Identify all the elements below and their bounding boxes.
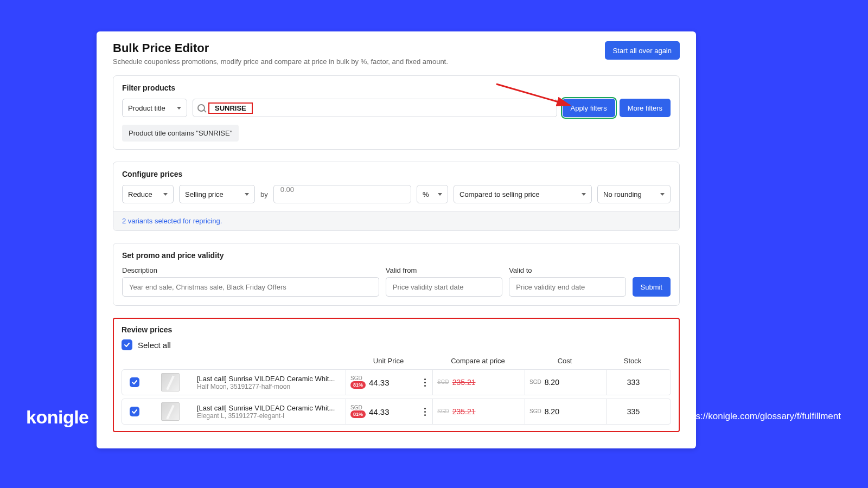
compare-price-cell: SGD 235.21 — [432, 399, 525, 424]
chevron-down-icon — [438, 193, 442, 196]
select-all-checkbox[interactable] — [122, 339, 132, 350]
more-filters-button[interactable]: More filters — [620, 99, 671, 117]
stock-cell: 335 — [606, 399, 660, 424]
cost-value: 8.20 — [545, 407, 559, 416]
product-thumbnail — [161, 402, 180, 421]
rounding-select[interactable]: No rounding — [597, 185, 671, 203]
column-headers: Unit Price Compare at price Cost Stock — [122, 355, 671, 369]
configure-title: Configure prices — [122, 170, 671, 178]
compare-price-value: 235.21 — [452, 407, 476, 416]
cost-cell: SGD 8.20 — [525, 399, 606, 424]
valid-to-input[interactable] — [509, 277, 626, 297]
filter-search-value: SUNRISE — [208, 102, 253, 114]
discount-badge: 81% — [350, 381, 366, 389]
check-icon — [124, 342, 130, 348]
select-all-label: Select all — [138, 341, 171, 350]
chevron-down-icon — [660, 193, 665, 196]
filter-attribute-value: Product title — [128, 104, 165, 112]
submit-button[interactable]: Submit — [633, 277, 671, 297]
start-over-button[interactable]: Start all over again — [605, 41, 680, 60]
row-checkbox[interactable] — [130, 377, 139, 387]
page-header: Bulk Price Editor Schedule couponless pr… — [113, 41, 680, 66]
action-select-value: Reduce — [128, 190, 152, 198]
by-label: by — [260, 190, 268, 198]
app-card: Bulk Price Editor Schedule couponless pr… — [97, 31, 696, 448]
chevron-down-icon — [582, 193, 586, 196]
validity-panel: Set promo and price validity Description… — [113, 243, 680, 306]
currency-label: SGD — [437, 409, 449, 414]
valid-from-label: Valid from — [386, 266, 502, 274]
compare-select[interactable]: Compared to selling price — [454, 185, 592, 203]
product-title: [Last call] Sunrise VILDEAD Ceramic Whit… — [197, 375, 342, 383]
compare-select-value: Compared to selling price — [459, 190, 539, 198]
unit-price-value: 44.33 — [369, 407, 390, 416]
discount-badge: 81% — [350, 410, 366, 418]
chevron-down-icon — [163, 193, 168, 196]
product-variant: Half Moon, 35191277-half-moon — [197, 383, 342, 390]
cost-value: 8.20 — [545, 378, 559, 387]
unit-price-value: 44.33 — [369, 378, 390, 387]
page-title: Bulk Price Editor — [113, 41, 448, 55]
col-compare: Compare at price — [432, 357, 524, 365]
search-icon — [197, 104, 205, 112]
table-row: [Last call] Sunrise VILDEAD Ceramic Whit… — [122, 369, 671, 395]
more-options-icon[interactable] — [424, 408, 428, 416]
cost-cell: SGD 8.20 — [525, 370, 606, 395]
apply-filters-button[interactable]: Apply filters — [563, 99, 615, 117]
filter-title: Filter products — [122, 84, 671, 92]
compare-price-value: 235.21 — [452, 378, 476, 387]
unit-value: % — [423, 190, 429, 198]
description-input[interactable] — [122, 277, 379, 297]
table-row: [Last call] Sunrise VILDEAD Ceramic Whit… — [122, 399, 671, 425]
target-select[interactable]: Selling price — [179, 185, 255, 203]
currency-label: SGD — [437, 380, 449, 385]
review-section: Review prices Select all Unit Price Comp… — [113, 318, 680, 432]
unit-select[interactable]: % — [417, 185, 448, 203]
col-cost: Cost — [524, 357, 605, 365]
rounding-select-value: No rounding — [603, 190, 642, 198]
page-subtitle: Schedule couponless promotions, modify p… — [113, 57, 448, 66]
currency-label: SGD — [529, 380, 541, 385]
amount-input[interactable]: 0.00 — [273, 185, 411, 203]
configure-panel: Configure prices Reduce Selling price by… — [113, 162, 680, 231]
validity-title: Set promo and price validity — [122, 251, 671, 260]
row-checkbox[interactable] — [130, 407, 139, 416]
description-label: Description — [122, 266, 379, 274]
stock-cell: 333 — [606, 370, 660, 395]
product-variant: Elegant L, 35191277-elegant-l — [197, 412, 342, 420]
configure-status: 2 variants selected for repricing. — [113, 211, 679, 230]
valid-from-input[interactable] — [386, 277, 502, 297]
unit-price-cell: SGD 81% 44.33 — [346, 370, 432, 395]
product-title: [Last call] Sunrise VILDEAD Ceramic Whit… — [197, 404, 342, 412]
currency-label: SGD — [529, 409, 541, 414]
chevron-down-icon — [245, 193, 249, 196]
col-unit-price: Unit Price — [345, 357, 432, 365]
compare-price-cell: SGD 235.21 — [432, 370, 525, 395]
filter-search-input[interactable]: SUNRISE — [193, 99, 557, 117]
review-title: Review prices — [122, 325, 671, 334]
filter-chip[interactable]: Product title contains "SUNRISE" — [122, 125, 239, 142]
valid-to-label: Valid to — [509, 266, 626, 274]
currency-label: SGD — [350, 405, 366, 410]
chevron-down-icon — [177, 107, 181, 110]
more-options-icon[interactable] — [424, 378, 428, 387]
unit-price-cell: SGD 81% 44.33 — [346, 399, 432, 424]
col-stock: Stock — [605, 357, 660, 365]
filter-panel: Filter products Product title SUNRISE Ap… — [113, 75, 680, 150]
check-icon — [131, 379, 138, 386]
source-url: https://konigle.com/glossary/f/fulfillme… — [680, 411, 841, 422]
action-select[interactable]: Reduce — [122, 185, 174, 203]
target-select-value: Selling price — [185, 190, 224, 198]
brand-logo: konigle — [26, 407, 89, 428]
filter-attribute-select[interactable]: Product title — [122, 99, 187, 117]
currency-label: SGD — [350, 376, 366, 381]
amount-value: 0.00 — [280, 185, 294, 194]
check-icon — [131, 408, 138, 415]
product-thumbnail — [161, 373, 180, 391]
